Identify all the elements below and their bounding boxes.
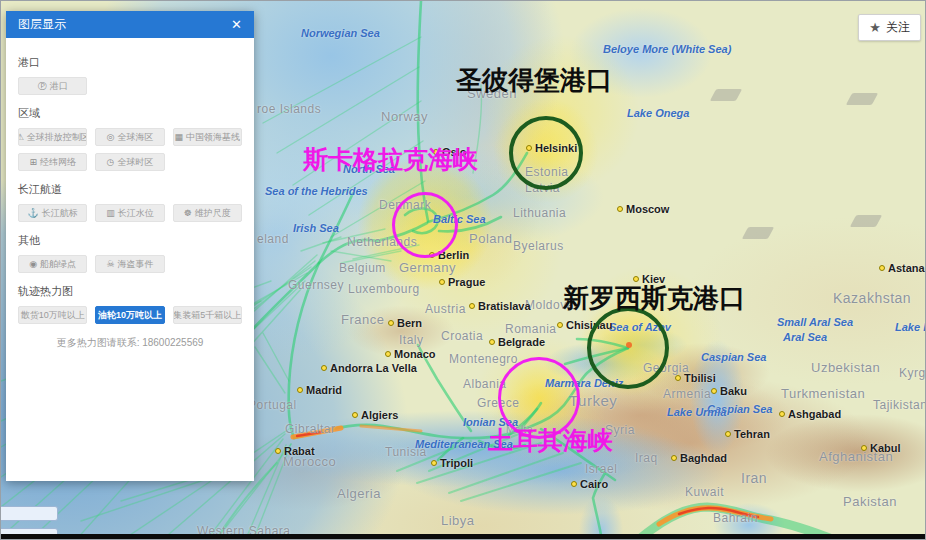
layer-button-集装箱5千箱以上[interactable]: 集装箱5千箱以上 <box>173 306 242 324</box>
port-icon: Ⓟ <box>38 80 47 93</box>
layer-display-panel: 图层显示 ✕ 港口Ⓟ港口区域⚠全球排放控制区◎全球海区▦中国领海基线⊞经纬网络◷… <box>6 11 254 481</box>
layer-button-散货10万吨以上[interactable]: 散货10万吨以上 <box>18 306 87 324</box>
layer-button-label: 船舶绿点 <box>40 258 76 271</box>
layer-button-label: 港口 <box>50 80 68 93</box>
layer-button-label: 油轮10万吨以上 <box>98 309 162 322</box>
section-label: 长江航道 <box>18 182 242 197</box>
china-territorial-baseline-icon: ▦ <box>175 132 184 142</box>
panel-body: 港口Ⓟ港口区域⚠全球排放控制区◎全球海区▦中国领海基线⊞经纬网络◷全球时区长江航… <box>6 38 254 350</box>
follow-button[interactable]: ★ 关注 <box>858 14 921 41</box>
piracy-event-icon: ☠ <box>106 259 114 269</box>
emission-control-area-icon: ⚠ <box>18 132 24 142</box>
panel-title: 图层显示 <box>18 16 66 33</box>
section-label: 轨迹热力图 <box>18 284 242 299</box>
bottom-bar <box>1 534 925 539</box>
layer-button-label: 维护尺度 <box>195 207 231 220</box>
maintenance-scale-icon: ☸ <box>184 208 192 218</box>
layer-button-label: 散货10万吨以上 <box>21 309 85 322</box>
section-buttons: 散货10万吨以上油轮10万吨以上集装箱5千箱以上 <box>18 306 242 324</box>
section-buttons: ⚠全球排放控制区◎全球海区▦中国领海基线⊞经纬网络◷全球时区 <box>18 128 242 171</box>
layer-button-港口[interactable]: Ⓟ港口 <box>18 77 87 95</box>
layer-button-船舶绿点[interactable]: ◉船舶绿点 <box>18 255 87 273</box>
layer-button-油轮10万吨以上[interactable]: 油轮10万吨以上 <box>95 306 164 324</box>
layer-button-全球排放控制区[interactable]: ⚠全球排放控制区 <box>18 128 87 146</box>
layer-button-label: 经纬网络 <box>40 156 76 169</box>
layer-button-label: 长江水位 <box>118 207 154 220</box>
ship-green-dot-icon: ◉ <box>29 259 37 269</box>
layer-button-label: 全球海区 <box>117 131 153 144</box>
panel-header: 图层显示 ✕ <box>6 11 254 38</box>
layer-button-label: 全球排放控制区 <box>27 131 88 144</box>
layer-button-全球时区[interactable]: ◷全球时区 <box>95 153 164 171</box>
app-window: SwedenNorwayroe IslandselandNetherlandsB… <box>0 0 926 540</box>
section-label: 其他 <box>18 233 242 248</box>
layer-button-label: 海盗事件 <box>118 258 154 271</box>
section-buttons: ⚓长江航标▥长江水位☸维护尺度 <box>18 204 242 222</box>
map-control-partial[interactable] <box>1 506 58 521</box>
global-sea-area-icon: ◎ <box>107 132 115 142</box>
section-buttons: Ⓟ港口 <box>18 77 242 95</box>
layer-button-label: 集装箱5千箱以上 <box>173 309 241 322</box>
close-icon[interactable]: ✕ <box>231 18 242 31</box>
section-label: 港口 <box>18 55 242 70</box>
layer-button-长江航标[interactable]: ⚓长江航标 <box>18 204 87 222</box>
layer-button-label: 长江航标 <box>42 207 78 220</box>
global-timezone-icon: ◷ <box>107 157 115 167</box>
layer-button-长江水位[interactable]: ▥长江水位 <box>95 204 164 222</box>
layer-button-label: 中国领海基线 <box>186 131 240 144</box>
follow-label: 关注 <box>886 19 910 36</box>
layer-button-中国领海基线[interactable]: ▦中国领海基线 <box>173 128 242 146</box>
panel-footer-note: 更多热力图请联系: 18600225569 <box>18 336 242 350</box>
layer-button-全球海区[interactable]: ◎全球海区 <box>95 128 164 146</box>
yangtze-water-level-icon: ▥ <box>106 208 115 218</box>
layer-button-海盗事件[interactable]: ☠海盗事件 <box>95 255 164 273</box>
section-label: 区域 <box>18 106 242 121</box>
layer-button-维护尺度[interactable]: ☸维护尺度 <box>173 204 242 222</box>
graticule-grid-icon: ⊞ <box>29 157 37 167</box>
star-icon: ★ <box>869 20 881 35</box>
section-buttons: ◉船舶绿点☠海盗事件 <box>18 255 242 273</box>
layer-button-经纬网络[interactable]: ⊞经纬网络 <box>18 153 87 171</box>
yangtze-beacon-icon: ⚓ <box>28 208 39 218</box>
layer-button-label: 全球时区 <box>117 156 153 169</box>
